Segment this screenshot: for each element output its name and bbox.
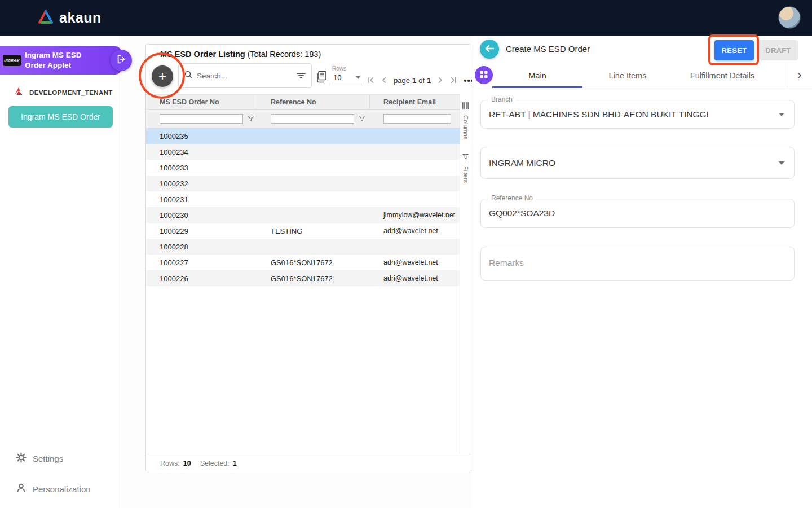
applet-banner: INGRAM Ingram MS ESD Order Applet <box>0 46 121 75</box>
table-footer: Rows: 10 Selected: 1 <box>146 454 471 472</box>
rows-per-page-label: Rows <box>332 65 361 72</box>
akaun-logo: akaun <box>37 10 102 27</box>
filters-side-tab[interactable]: Filters <box>462 152 469 183</box>
total-records: (Total Records: 183) <box>248 50 321 59</box>
next-page-button[interactable] <box>435 75 445 85</box>
sidebar: INGRAM Ingram MS ESD Order Applet DEVELO… <box>0 36 121 508</box>
sidebar-item-personalization[interactable]: Personalization <box>16 480 91 497</box>
column-header-recipient-email[interactable]: Recipient Email <box>370 95 460 109</box>
table-row[interactable]: 1000231 <box>146 191 460 207</box>
cell-order-no: 1000230 <box>146 211 257 220</box>
table-row[interactable]: 1000233 <box>146 160 460 176</box>
vendor-value: INGRAM MICRO <box>481 147 794 178</box>
reset-button[interactable]: RESET <box>714 40 754 60</box>
cell-order-no: 1000234 <box>146 148 257 156</box>
tab-line-items[interactable]: Line Items <box>582 63 673 87</box>
table-row[interactable]: 1000227 GS016*SON17672 adri@wavelet.net <box>146 255 460 270</box>
branch-value: RET-ABT | MACHINES SDN BHD-AEON BUKIT TI… <box>481 100 794 128</box>
orders-table: MS ESD Order No Reference No Recipient E… <box>146 94 460 454</box>
rows-per-page-select[interactable]: Rows 10 <box>332 65 361 84</box>
table-row[interactable]: 1000228 <box>146 239 460 255</box>
akaun-triangle-icon <box>37 10 54 27</box>
person-icon <box>16 483 27 496</box>
funnel-icon[interactable] <box>248 115 254 122</box>
remarks-field <box>480 247 795 281</box>
sidebar-item-settings[interactable]: Settings <box>16 450 63 467</box>
cell-reference-no: TESTING <box>257 227 370 235</box>
footer-selected-label: Selected: <box>200 459 230 467</box>
plus-icon: + <box>158 68 166 84</box>
pagination: page 1 of 1 ••• <box>366 75 474 85</box>
panel-title: Create MS ESD Order <box>506 44 590 54</box>
column-header-reference-no[interactable]: Reference No <box>257 95 370 109</box>
reference-no-field: Reference No <box>480 199 795 228</box>
cell-order-no: 1000231 <box>146 195 257 204</box>
sidebar-item-tenant[interactable]: DEVELOPMENT_TENANT <box>14 86 113 99</box>
table-row[interactable]: 1000226 GS016*SON17672 adri@wavelet.net <box>146 270 460 286</box>
cell-order-no: 1000229 <box>146 227 257 235</box>
tabs-scroll-next-button[interactable]: › <box>787 63 812 87</box>
search-icon <box>184 71 192 81</box>
tab-fulfillment-details[interactable]: Fulfillment Details <box>673 63 772 87</box>
funnel-icon[interactable] <box>359 115 365 122</box>
of-label: of <box>418 76 425 85</box>
cell-recipient-email: adri@wavelet.net <box>370 274 460 282</box>
table-filter-row <box>146 110 460 128</box>
applet-banner-label: Ingram MS ESD Order Applet <box>25 50 101 70</box>
grid-icon <box>480 71 488 80</box>
funnel-icon <box>462 152 469 162</box>
table-body: 1000235 1000234 1000233 1000232 <box>146 128 460 286</box>
tab-main[interactable]: Main <box>492 63 582 87</box>
columns-side-tab[interactable]: Columns <box>462 101 469 139</box>
cell-order-no: 1000232 <box>146 179 257 188</box>
chevron-down-icon <box>779 113 784 116</box>
remarks-input[interactable] <box>481 247 794 280</box>
footer-selected-value: 1 <box>233 459 237 467</box>
first-page-button[interactable] <box>366 75 376 85</box>
arrow-left-icon <box>484 44 495 55</box>
page-total: 1 <box>427 76 431 85</box>
prev-page-button[interactable] <box>379 75 389 85</box>
search-input[interactable] <box>197 72 292 80</box>
ingram-badge: INGRAM <box>3 55 21 66</box>
tenant-name: DEVELOPMENT_TENANT <box>29 89 113 96</box>
applet-grid-button[interactable] <box>475 66 493 84</box>
columns-side-tab-label: Columns <box>462 115 469 139</box>
search-box <box>178 63 312 88</box>
reference-no-input[interactable] <box>481 199 794 227</box>
filter-input-recipient-email[interactable] <box>383 114 451 124</box>
add-order-button[interactable]: + <box>152 65 173 87</box>
exit-applet-button[interactable] <box>111 50 132 71</box>
table-row[interactable]: 1000232 <box>146 176 460 191</box>
cell-recipient-email: adri@wavelet.net <box>370 259 460 266</box>
sidebar-item-ingram-ms-esd-order[interactable]: Ingram MS ESD Order <box>8 106 113 128</box>
branch-select[interactable]: Branch RET-ABT | MACHINES SDN BHD-AEON B… <box>480 100 795 129</box>
chevron-down-icon <box>779 161 784 165</box>
page-label: page <box>394 76 410 85</box>
cell-order-no: 1000235 <box>146 132 257 141</box>
table-row[interactable]: 1000234 <box>146 144 460 160</box>
branch-label: Branch <box>488 95 516 103</box>
draft-button[interactable]: DRAFT <box>758 40 798 60</box>
table-row[interactable]: 1000229 TESTING adri@wavelet.net <box>146 223 460 239</box>
avatar[interactable] <box>778 6 801 29</box>
create-order-panel: Create MS ESD Order RESET DRAFT Main Lin… <box>472 36 812 508</box>
footer-rows-value: 10 <box>183 459 191 467</box>
filter-input-order-no[interactable] <box>160 114 243 124</box>
table-side-tabs: Columns Filters <box>460 94 471 454</box>
logo-text: akaun <box>59 10 102 26</box>
column-header-order-no[interactable]: MS ESD Order No <box>146 95 257 109</box>
back-button[interactable] <box>480 40 499 59</box>
gear-icon <box>16 452 27 465</box>
last-page-button[interactable] <box>448 75 458 85</box>
cell-order-no: 1000233 <box>146 164 257 172</box>
vendor-select[interactable]: INGRAM MICRO <box>480 147 795 179</box>
columns-icon <box>462 101 469 111</box>
page-indicator: page 1 of 1 <box>394 76 431 85</box>
filter-input-reference-no[interactable] <box>271 114 354 124</box>
table-row[interactable]: 1000235 <box>146 128 460 144</box>
search-filter-icon[interactable] <box>297 72 306 80</box>
cell-recipient-email: adri@wavelet.net <box>370 227 460 235</box>
filters-side-tab-label: Filters <box>462 166 469 183</box>
table-row[interactable]: 1000230 jimmylow@wavelet.net <box>146 207 460 223</box>
